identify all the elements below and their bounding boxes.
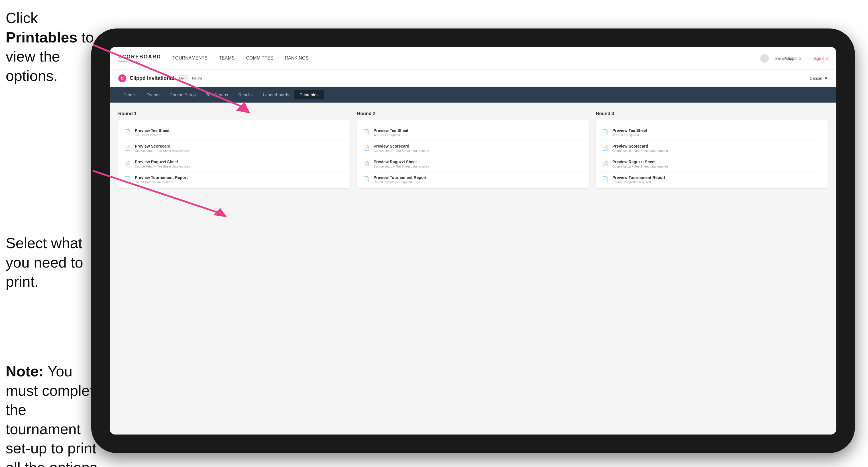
tee-sheet-title: Preview Tee Sheet [135, 128, 169, 133]
tournament-report-title: Preview Tournament Report [135, 175, 188, 180]
round-1-tee-sheet[interactable]: 📄 Preview Tee Sheet Tee Sheet required [124, 125, 344, 141]
rounds-container: Round 1 📄 Preview Tee Sheet Tee Sheet re… [118, 111, 828, 188]
tournament-report-icon: 📄 [124, 175, 131, 183]
r2-tournament-report-icon: 📄 [363, 175, 370, 183]
r3-raguzzi-title: Preview Raguzzi Sheet [612, 160, 668, 164]
scorecard-text: Preview Scorecard Course setup + Tee She… [135, 144, 190, 152]
tournament-status: Hosting [190, 76, 202, 80]
raguzzi-sub: Course setup + Tee Sheet data required [135, 165, 190, 168]
content-area: Round 1 📄 Preview Tee Sheet Tee Sheet re… [110, 102, 836, 435]
round-2-tournament-report[interactable]: 📄 Preview Tournament Report Round Comple… [363, 172, 583, 184]
tournament-name: Clippd Invitational [130, 75, 174, 81]
raguzzi-text: Preview Raguzzi Sheet Course setup + Tee… [135, 160, 190, 168]
r2-tournament-report-title: Preview Tournament Report [374, 175, 427, 180]
logo-area: SCOREBOARD Powered by clippd [118, 54, 161, 63]
tee-sheet-sub: Tee Sheet required [135, 133, 169, 137]
instruction-top: Click Printables to view the options. [6, 8, 97, 86]
tournament-logo: C [118, 74, 126, 82]
round-2-title: Round 2 [357, 111, 589, 116]
r2-raguzzi-icon: 📄 [363, 160, 370, 167]
r2-scorecard-icon: 📄 [363, 144, 370, 152]
round-2-scorecard[interactable]: 📄 Preview Scorecard Course setup + Tee S… [363, 141, 583, 156]
round-1-raguzzi[interactable]: 📄 Preview Raguzzi Sheet Course setup + T… [124, 156, 344, 172]
scorecard-title: Preview Scorecard [135, 144, 190, 149]
raguzzi-title: Preview Raguzzi Sheet [135, 160, 190, 164]
top-nav: SCOREBOARD Powered by clippd TOURNAMENTS… [110, 47, 836, 70]
round-1-section: Round 1 📄 Preview Tee Sheet Tee Sheet re… [118, 111, 350, 188]
round-1-scorecard[interactable]: 📄 Preview Scorecard Course setup + Tee S… [124, 141, 344, 156]
r3-raguzzi-sub: Course setup + Tee Sheet data required [612, 165, 668, 168]
r3-tee-sheet-sub: Tee Sheet required [612, 133, 647, 137]
round-3-title: Round 3 [596, 111, 828, 116]
r2-tournament-report-sub: Round Completion required [374, 180, 427, 184]
sign-out-link[interactable]: Sign out [813, 56, 828, 61]
round-2-section: Round 2 📄 Preview Tee Sheet Tee Sheet re… [357, 111, 589, 188]
raguzzi-icon: 📄 [124, 160, 131, 167]
instruction-middle: Select what you need to print. [6, 234, 102, 291]
r2-tournament-report-text: Preview Tournament Report Round Completi… [374, 175, 427, 184]
tournament-report-sub: Round Completion required [135, 180, 188, 184]
tournament-report-text: Preview Tournament Report Round Completi… [135, 175, 188, 184]
top-nav-right: blair@clippd.io | Sign out [760, 54, 828, 63]
nav-teams[interactable]: TEAMS [219, 54, 235, 63]
tablet-screen: SCOREBOARD Powered by clippd TOURNAMENTS… [110, 47, 836, 435]
round-3-tee-sheet[interactable]: 📄 Preview Tee Sheet Tee Sheet required [601, 125, 822, 141]
r2-scorecard-title: Preview Scorecard [374, 144, 429, 149]
tab-teams[interactable]: Teams [142, 90, 164, 99]
round-3-scorecard[interactable]: 📄 Preview Scorecard Course setup + Tee S… [601, 141, 822, 156]
r3-raguzzi-icon: 📄 [601, 160, 609, 167]
round-2-card: 📄 Preview Tee Sheet Tee Sheet required 📄… [357, 120, 589, 188]
tablet-frame: SCOREBOARD Powered by clippd TOURNAMENTS… [91, 29, 855, 453]
tab-details[interactable]: Details [118, 90, 142, 99]
scorecard-icon: 📄 [124, 144, 131, 152]
scorecard-sub: Course setup + Tee Sheet data required [135, 149, 190, 152]
tee-sheet-text: Preview Tee Sheet Tee Sheet required [135, 128, 169, 137]
r2-raguzzi-sub: Course setup + Tee Sheet data required [374, 165, 429, 168]
r2-tee-sheet-icon: 📄 [363, 128, 370, 136]
user-avatar [760, 54, 769, 63]
cancel-label[interactable]: Cancel [810, 76, 822, 81]
round-3-section: Round 3 📄 Preview Tee Sheet Tee Sheet re… [596, 111, 828, 188]
tab-tee-groups[interactable]: Tee Groups [201, 90, 234, 99]
round-3-tournament-report[interactable]: 📄 Preview Tournament Report Round Comple… [601, 172, 822, 184]
instruction-bottom: Note: You must complete the tournament s… [6, 362, 102, 467]
r2-raguzzi-text: Preview Raguzzi Sheet Course setup + Tee… [374, 160, 429, 168]
r3-tournament-report-sub: Round Completion required [612, 180, 665, 184]
round-2-raguzzi[interactable]: 📄 Preview Raguzzi Sheet Course setup + T… [363, 156, 583, 172]
round-1-card: 📄 Preview Tee Sheet Tee Sheet required 📄… [118, 120, 350, 188]
r3-tournament-report-icon: 📄 [601, 175, 609, 183]
divider: | [806, 56, 808, 61]
r2-tee-sheet-sub: Tee Sheet required [374, 133, 408, 137]
r3-tournament-report-title: Preview Tournament Report [612, 175, 665, 180]
r2-scorecard-text: Preview Scorecard Course setup + Tee She… [374, 144, 429, 152]
tee-sheet-icon: 📄 [124, 128, 131, 136]
round-3-raguzzi[interactable]: 📄 Preview Raguzzi Sheet Course setup + T… [601, 156, 822, 172]
r3-tee-sheet-icon: 📄 [601, 128, 609, 136]
r2-tee-sheet-title: Preview Tee Sheet [374, 128, 408, 133]
round-1-tournament-report[interactable]: 📄 Preview Tournament Report Round Comple… [124, 172, 344, 184]
r3-raguzzi-text: Preview Raguzzi Sheet Course setup + Tee… [612, 160, 668, 168]
round-3-card: 📄 Preview Tee Sheet Tee Sheet required 📄… [596, 120, 828, 188]
tab-leaderboards[interactable]: Leaderboards [258, 90, 294, 99]
logo-scoreboard: SCOREBOARD [118, 54, 161, 60]
round-2-tee-sheet[interactable]: 📄 Preview Tee Sheet Tee Sheet required [363, 125, 583, 141]
r3-scorecard-text: Preview Scorecard Course setup + Tee She… [612, 144, 668, 152]
r3-tournament-report-text: Preview Tournament Report Round Completi… [612, 175, 665, 184]
cancel-x-button[interactable]: ✕ [825, 76, 828, 81]
note-bold: Note: [6, 363, 43, 379]
r3-scorecard-icon: 📄 [601, 144, 609, 152]
tab-printables[interactable]: Printables [294, 90, 324, 99]
r2-raguzzi-title: Preview Raguzzi Sheet [374, 160, 429, 164]
printables-bold: Printables [6, 29, 77, 45]
r2-scorecard-sub: Course setup + Tee Sheet data required [374, 149, 429, 152]
logo-powered: Powered by clippd [118, 60, 161, 63]
round-1-title: Round 1 [118, 111, 350, 116]
nav-tournaments[interactable]: TOURNAMENTS [173, 54, 208, 63]
tab-results[interactable]: Results [233, 90, 258, 99]
r3-tee-sheet-text: Preview Tee Sheet Tee Sheet required [612, 128, 647, 137]
r2-tee-sheet-text: Preview Tee Sheet Tee Sheet required [374, 128, 408, 137]
nav-committee[interactable]: COMMITTEE [246, 54, 273, 63]
user-email: blair@clippd.io [775, 56, 801, 61]
tab-course-setup[interactable]: Course Setup [164, 90, 201, 99]
nav-rankings[interactable]: RANKINGS [285, 54, 309, 63]
